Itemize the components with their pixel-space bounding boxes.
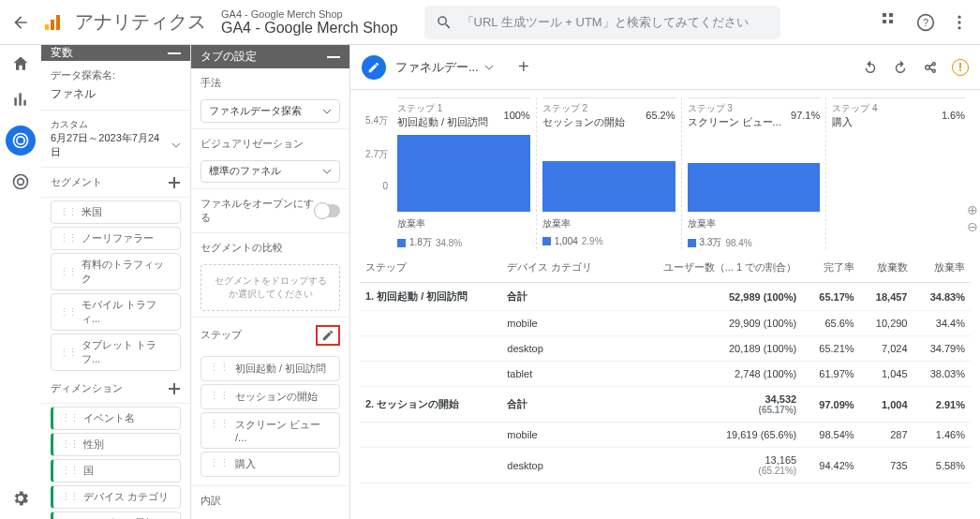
app-title: アナリティクス	[75, 9, 206, 35]
chevron-down-icon	[322, 167, 332, 176]
segment-chip[interactable]: ⋮⋮モバイル トラフィ...	[51, 293, 181, 331]
table-row: tablet2,748 (100%)61.97%1,04538.03%	[360, 362, 971, 387]
column-header[interactable]: デバイス カテゴリ	[501, 253, 621, 283]
chevron-down-icon	[171, 141, 181, 150]
svg-point-12	[13, 134, 27, 148]
data-table: ステップデバイス カテゴリユーザー数（... 1 での割合）完了率放棄数放棄率 …	[350, 253, 980, 519]
segments-label: セグメント	[51, 175, 102, 189]
segment-drop-zone[interactable]: セグメントをドロップするか選択してください	[200, 264, 340, 311]
svg-point-13	[13, 175, 27, 189]
tab-settings-title: タブの設定	[200, 49, 257, 65]
column-header[interactable]: 放棄数	[860, 253, 913, 283]
abandon-info: 放棄率	[688, 217, 821, 230]
technique-label: 手法	[191, 68, 349, 90]
zoom-control: ⊕ ⊖	[967, 202, 978, 234]
sampling-warning-icon[interactable]: !	[952, 59, 969, 76]
zoom-in-icon[interactable]: ⊕	[967, 202, 978, 217]
apps-icon[interactable]	[883, 13, 901, 32]
property-selector[interactable]: GA4 - Google Merch Shop GA4 - Google Mer…	[221, 8, 398, 37]
variables-panel: 変数 データ探索名: ファネル カスタム 6月27日～2023年7月24日 セグ…	[41, 45, 191, 519]
svg-rect-8	[14, 97, 17, 105]
reports-icon[interactable]	[11, 90, 30, 109]
advertising-icon[interactable]	[11, 172, 30, 191]
column-header[interactable]: ユーザー数（... 1 での割合）	[622, 253, 802, 283]
segments-header: セグメント	[41, 168, 190, 198]
step-chip[interactable]: ⋮⋮セッションの開始	[200, 384, 340, 409]
dimension-chip[interactable]: ⋮⋮国	[51, 459, 181, 482]
top-right-actions: ?	[883, 13, 969, 32]
svg-rect-16	[327, 56, 340, 58]
svg-point-7	[958, 26, 960, 29]
add-tab-button[interactable]: +	[511, 54, 537, 81]
explore-icon-selected[interactable]	[6, 126, 36, 156]
table-row: mobile19,619 (65.6%)98.54%2871.46%	[360, 423, 971, 448]
step-chip[interactable]: ⋮⋮スクリーン ビュー /...	[200, 412, 340, 449]
svg-rect-15	[168, 52, 181, 54]
segment-chip[interactable]: ⋮⋮ノーリファラー	[51, 227, 181, 250]
svg-rect-9	[19, 93, 22, 105]
dimension-chip[interactable]: ⋮⋮デバイス カテゴリ	[51, 485, 181, 509]
dimension-chip[interactable]: ⋮⋮イベント名	[51, 407, 181, 430]
table-row: desktop13,165(65.21%)94.42%7355.58%	[360, 448, 971, 483]
svg-point-19	[932, 69, 935, 72]
seg-compare-label: セグメントの比較	[191, 233, 349, 255]
property-small: GA4 - Google Merch Shop	[221, 8, 398, 20]
funnel-step: ステップ 3スクリーン ビュー...97.1%放棄率3.3万98.4%	[682, 97, 827, 249]
funnel-step: ステップ 1初回起動 / 初回訪問100%放棄率1.8万34.8%	[392, 97, 537, 249]
variables-header: 変数	[41, 45, 190, 61]
tab-settings-panel: タブの設定 手法 ファネルデータ探索 ビジュアリゼーション 標準のファネル ファ…	[191, 45, 350, 519]
redo-icon[interactable]	[892, 59, 909, 76]
edit-steps-button[interactable]	[316, 325, 340, 346]
technique-select[interactable]: ファネルデータ探索	[200, 99, 340, 122]
column-header[interactable]: 放棄率	[913, 253, 972, 283]
property-main: GA4 - Google Merch Shop	[221, 20, 398, 37]
tab-edit-icon[interactable]	[362, 55, 386, 80]
segment-chip[interactable]: ⋮⋮有料のトラフィック	[51, 253, 181, 290]
collapse-icon[interactable]	[327, 56, 340, 58]
back-icon[interactable]	[11, 13, 30, 32]
home-icon[interactable]	[11, 54, 30, 73]
more-vert-icon[interactable]	[950, 13, 969, 32]
segment-chip[interactable]: ⋮⋮米国	[51, 200, 181, 224]
svg-point-6	[958, 21, 960, 23]
abandon-info: 放棄率	[542, 217, 676, 230]
funnel-chart: 5.4万 2.7万 0 ステップ 1初回起動 / 初回訪問100%放棄率1.8万…	[350, 90, 980, 253]
column-header[interactable]: ステップ	[360, 253, 501, 283]
dimension-chip[interactable]: ⋮⋮ユーザーの最初の...	[51, 512, 181, 519]
active-tab[interactable]: ファネルデー...	[395, 59, 494, 76]
zoom-out-icon[interactable]: ⊖	[967, 219, 978, 234]
dimensions-label: ディメンション	[51, 381, 123, 395]
funnel-step: ステップ 4購入1.6%	[826, 97, 971, 249]
add-segment-icon[interactable]	[168, 176, 181, 189]
column-header[interactable]: 完了率	[802, 253, 859, 283]
svg-rect-2	[56, 15, 60, 30]
collapse-icon[interactable]	[168, 52, 181, 54]
undo-icon[interactable]	[862, 59, 879, 76]
date-range[interactable]: カスタム 6月27日～2023年7月24日	[41, 111, 190, 168]
segment-chip[interactable]: ⋮⋮タブレット トラフ...	[51, 334, 181, 371]
name-value[interactable]: ファネル	[51, 86, 181, 102]
table-row: mobile29,909 (100%)65.6%10,29034.4%	[360, 311, 971, 336]
step-chip[interactable]: ⋮⋮購入	[200, 452, 340, 477]
add-dimension-icon[interactable]	[168, 382, 181, 395]
open-funnel-toggle[interactable]	[316, 204, 340, 217]
abandon-info: 放棄率	[397, 217, 530, 230]
search-input[interactable]: 「URL 生成ツール + UTM」と検索してみてください	[424, 6, 780, 39]
svg-rect-10	[23, 100, 26, 106]
y-axis: 5.4万 2.7万 0	[360, 97, 392, 191]
chevron-down-icon	[322, 107, 332, 116]
settings-icon[interactable]	[11, 489, 30, 508]
help-icon[interactable]: ?	[916, 13, 935, 32]
dimension-chip[interactable]: ⋮⋮性別	[51, 433, 181, 456]
table-row: 1. 初回起動 / 初回訪問合計52,989 (100%)65.17%18,45…	[360, 283, 971, 311]
main-canvas: ファネルデー... + ! 5.4万 2.7万 0 ステップ 1初回起動 / 初…	[350, 45, 980, 519]
viz-label: ビジュアリゼーション	[191, 129, 349, 151]
tab-bar: ファネルデー... + !	[350, 45, 980, 90]
viz-select[interactable]: 標準のファネル	[200, 160, 340, 183]
step-chip[interactable]: ⋮⋮初回起動 / 初回訪問	[200, 356, 340, 381]
svg-point-18	[932, 62, 935, 65]
share-icon[interactable]	[922, 59, 939, 76]
left-rail	[0, 45, 41, 519]
breakdown-label: 内訳	[191, 486, 349, 515]
date-value: 6月27日～2023年7月24日	[51, 131, 168, 159]
